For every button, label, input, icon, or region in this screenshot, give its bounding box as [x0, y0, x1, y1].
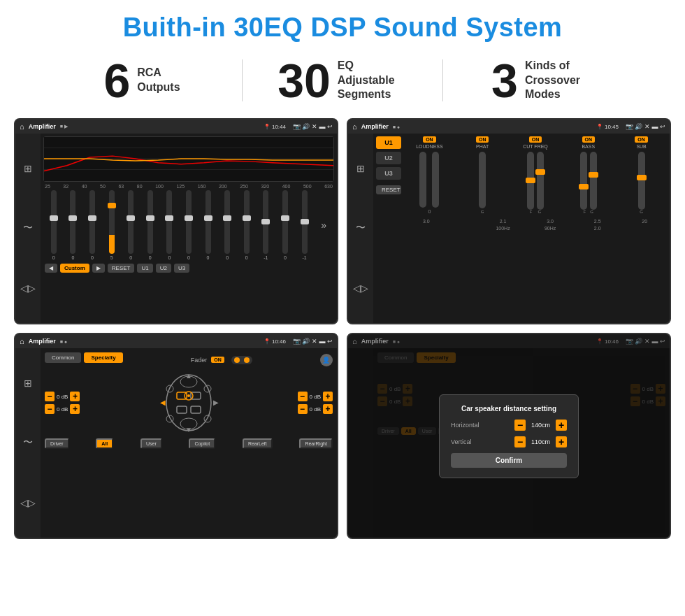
eq-u1-btn[interactable]: U1 — [137, 264, 152, 273]
stat-crossover-number: 3 — [491, 57, 518, 104]
tab-common[interactable]: Common — [45, 352, 81, 363]
eq-slider-9[interactable]: 0 — [199, 190, 217, 260]
phat-on[interactable]: ON — [476, 136, 489, 143]
eq-slider-5[interactable]: 0 — [122, 190, 140, 260]
vertical-plus[interactable]: + — [556, 436, 567, 447]
eq-sidebar: ⊞ 〜 ◁▷ — [15, 134, 41, 323]
fader-on-badge[interactable]: ON — [211, 357, 224, 363]
dsp-preset-u1[interactable]: U1 — [376, 136, 401, 149]
bass-label: BASS — [582, 144, 595, 149]
dsp-sidebar: ⊞ 〜 ◁▷ — [348, 134, 373, 323]
horizontal-value-row: − 140cm + — [514, 420, 567, 431]
eq-slider-10[interactable]: 0 — [218, 190, 236, 260]
dsp-volume-icon[interactable]: ◁▷ — [353, 282, 368, 294]
eq-tuner-icon[interactable]: ⊞ — [24, 163, 32, 174]
dsp-preset-u3[interactable]: U3 — [376, 167, 401, 180]
eq-screen-panel: ⌂ Amplifier ■ ▶ 📍 10:44 📷 🔊 ✕ ▬ ↩ ⊞ 〜 ◁▷ — [14, 118, 338, 324]
dsp-home-icon[interactable]: ⌂ — [352, 122, 357, 131]
vertical-value: 110cm — [528, 438, 553, 445]
eq-prev-btn[interactable]: ◀ — [45, 264, 57, 273]
dsp-preset-u2[interactable]: U2 — [376, 152, 401, 164]
home-icon[interactable]: ⌂ — [20, 122, 24, 131]
sub-slider-1[interactable] — [638, 152, 645, 210]
bass-slider-1[interactable] — [580, 152, 587, 210]
eq-u2-btn[interactable]: U2 — [156, 264, 171, 273]
eq-topbar-icons: 📷 🔊 ✕ ▬ ↩ — [293, 123, 333, 130]
speaker-home-icon[interactable]: ⌂ — [20, 337, 24, 345]
bass-on[interactable]: ON — [582, 136, 596, 143]
btn-copilot[interactable]: Copilot — [189, 438, 215, 449]
dsp-tuner-icon[interactable]: ⊞ — [356, 163, 365, 174]
vol-controls-left: − 0 dB + − 0 dB + — [45, 392, 80, 414]
vertical-minus[interactable]: − — [514, 436, 526, 447]
eq-wave-icon[interactable]: 〜 — [23, 222, 33, 234]
btn-rearleft[interactable]: RearLeft — [243, 438, 273, 449]
vol-item-3: − 0 dB + — [298, 392, 333, 401]
phat-slider-1[interactable] — [479, 152, 486, 208]
vol-plus-4[interactable]: + — [323, 404, 333, 414]
eq-slider-6[interactable]: 0 — [141, 190, 159, 260]
bass-slider-2[interactable] — [590, 152, 597, 210]
loudness-on[interactable]: ON — [423, 136, 436, 143]
loudness-slider-2[interactable] — [432, 152, 439, 208]
btn-rearright[interactable]: RearRight — [299, 438, 333, 449]
speaker-tuner-icon[interactable]: ⊞ — [24, 378, 32, 389]
speaker-time: 📍 10:46 — [264, 338, 286, 345]
horizontal-row: Horizontal − 140cm + — [451, 420, 567, 431]
dsp-app-title: Amplifier — [361, 123, 389, 130]
eq-reset-btn[interactable]: RESET — [108, 264, 135, 273]
eq-slider-2[interactable]: 0 — [64, 190, 82, 260]
vol-controls-right: − 0 dB + − 0 dB + — [298, 392, 333, 414]
svg-text:▼: ▼ — [185, 426, 192, 434]
vol-plus-2[interactable]: + — [70, 404, 80, 414]
eq-slider-3[interactable]: 0 — [83, 190, 101, 260]
eq-slider-4[interactable]: 5 — [103, 190, 121, 260]
eq-next-btn[interactable]: ▶ — [92, 264, 105, 273]
vol-item-2: − 0 dB + — [45, 404, 80, 414]
vol-minus-2[interactable]: − — [45, 404, 55, 414]
eq-slider-8[interactable]: 0 — [180, 190, 198, 260]
sub-on[interactable]: ON — [635, 136, 648, 143]
loudness-slider-1[interactable] — [419, 152, 426, 208]
vol-minus-1[interactable]: − — [45, 392, 55, 401]
dsp-reset-btn[interactable]: RESET — [376, 185, 401, 194]
btn-all[interactable]: All — [96, 438, 113, 449]
vol-plus-1[interactable]: + — [70, 392, 80, 401]
eq-graph — [43, 136, 334, 182]
eq-slider-1[interactable]: 0 — [45, 190, 63, 260]
cutfreq-slider-g[interactable] — [537, 152, 544, 210]
dsp-wave-icon[interactable]: 〜 — [356, 222, 366, 234]
cutfreq-slider-f[interactable] — [527, 152, 534, 210]
eq-slider-11[interactable]: 0 — [238, 190, 256, 260]
eq-slider-14[interactable]: -1 — [296, 190, 314, 260]
speaker-wave-icon[interactable]: 〜 — [23, 436, 33, 449]
eq-u3-btn[interactable]: U3 — [174, 264, 189, 273]
speaker-vol-icon[interactable]: ◁▷ — [20, 497, 36, 508]
eq-slider-12[interactable]: -1 — [257, 190, 275, 260]
tab-specialty[interactable]: Specialty — [84, 352, 122, 363]
vol-plus-3[interactable]: + — [323, 392, 333, 401]
dsp-time: 📍 10:45 — [596, 124, 619, 130]
dsp-sub: ON SUB G — [616, 136, 667, 214]
eq-custom-btn[interactable]: Custom — [60, 264, 89, 273]
svg-point-12 — [187, 394, 190, 397]
eq-slider-13[interactable]: 0 — [276, 190, 294, 260]
profile-icon[interactable]: 👤 — [320, 354, 333, 366]
eq-volume-icon[interactable]: ◁▷ — [20, 282, 36, 294]
horizontal-plus[interactable]: + — [556, 420, 567, 431]
speaker-topbar: ⌂ Amplifier ■ ● 📍 10:46 📷 🔊 ✕ ▬ ↩ — [15, 334, 337, 348]
page-title: Buith-in 30EQ DSP Sound System — [0, 0, 685, 50]
vol-minus-3[interactable]: − — [298, 392, 308, 401]
vol-item-1: − 0 dB + — [45, 392, 80, 401]
eq-expand-btn[interactable]: » — [315, 190, 333, 260]
dsp-presets: U1 U2 U3 RESET — [376, 136, 401, 320]
vol-minus-4[interactable]: − — [298, 404, 308, 414]
svg-rect-9 — [177, 406, 187, 413]
sub-label: SUB — [636, 144, 646, 149]
eq-slider-7[interactable]: 0 — [161, 190, 179, 260]
btn-driver[interactable]: Driver — [45, 438, 69, 449]
confirm-button[interactable]: Confirm — [451, 453, 567, 468]
horizontal-minus[interactable]: − — [514, 420, 526, 431]
btn-user[interactable]: User — [140, 438, 162, 449]
cutfreq-on[interactable]: ON — [529, 136, 542, 143]
